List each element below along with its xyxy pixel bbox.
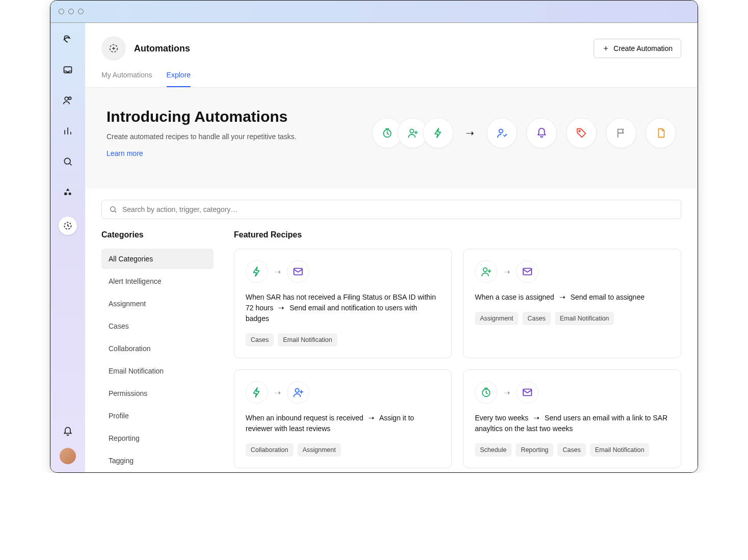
search-box[interactable] [101,200,681,219]
svg-point-10 [499,129,503,133]
hero-action-row [487,118,676,148]
recipe-icons: ➝ [475,381,670,404]
category-item[interactable]: Permissions [101,383,213,404]
bolt-icon [246,260,268,283]
hero: Introducing Automations Create automated… [85,88,698,189]
categories-title: Categories [101,230,213,239]
search-input[interactable] [122,205,674,214]
arrow-icon: ➝ [461,127,479,139]
category-item[interactable]: Assignment [101,294,213,314]
recipe-description: When a case is assigned ➝ Send email to … [475,292,670,303]
tag: Cases [522,312,550,325]
mail-icon [287,260,309,283]
hero-bell-icon [526,118,557,148]
svg-point-5 [69,193,71,195]
category-item[interactable]: Cases [101,316,213,336]
nav-inbox-icon[interactable] [62,64,74,76]
category-item[interactable]: Email Notification [101,361,213,381]
tag: Schedule [475,443,512,457]
categories: Categories All CategoriesAlert Intellige… [101,230,213,472]
svg-point-12 [111,207,115,211]
svg-rect-4 [64,193,67,195]
arrow-icon: ➝ [274,388,281,397]
tag: Collaboration [246,443,293,457]
category-item[interactable]: Reporting [101,428,213,448]
svg-point-2 [69,97,71,99]
arrow-icon: ➝ [559,292,566,303]
nav-automations-icon[interactable] [59,217,77,235]
hero-trigger-cluster [377,118,453,148]
page-title: Automations [134,43,190,54]
tag: Email Notification [278,333,337,346]
tag: Reporting [516,443,553,457]
mail-icon [516,381,539,404]
hero-user-check-icon [487,118,517,148]
nav-users-icon[interactable] [62,94,74,106]
side-rail [50,23,85,472]
minimize-dot[interactable] [68,9,74,14]
arrow-icon: ➝ [368,413,375,423]
header-automations-icon [101,36,126,61]
tag: Email Notification [590,443,650,457]
page-header: Automations Create Automation [85,23,698,61]
bolt-icon [246,381,268,404]
recipe-description: When SAR has not received a Filing Statu… [246,292,440,324]
title-bar [50,1,698,23]
hero-icons: ➝ [377,118,676,148]
recipe-card[interactable]: ➝When SAR has not received a Filing Stat… [234,249,452,358]
tab-my-automations[interactable]: My Automations [101,71,152,87]
hero-flag-icon [606,118,636,148]
hero-subtitle: Create automated recipes to handle all y… [106,132,297,141]
recipes: Featured Recipes ➝When SAR has not recei… [234,230,681,472]
featured-title: Featured Recipes [234,230,681,239]
category-item[interactable]: Collaboration [101,338,213,359]
svg-point-14 [484,268,487,272]
category-item[interactable]: All Categories [101,249,213,269]
svg-point-16 [296,389,299,392]
tabs: My Automations Explore [85,61,698,88]
hero-bolt-icon [423,118,453,148]
zoom-dot[interactable] [78,9,84,14]
svg-point-1 [65,97,68,100]
tag: Cases [557,443,585,457]
recipe-card[interactable]: ➝Every two weeks ➝ Send users an email w… [463,369,681,468]
tag-row: ScheduleReportingCasesEmail Notification [475,443,670,457]
learn-more-link[interactable]: Learn more [106,149,143,157]
hero-title: Introducing Automations [106,108,297,125]
svg-point-3 [64,158,70,164]
recipe-description: Every two weeks ➝ Send users an email wi… [475,413,670,434]
arrow-icon: ➝ [278,303,284,313]
tag: Assignment [298,443,341,457]
nav-shapes-icon[interactable] [62,186,74,198]
nav-notifications-icon[interactable] [62,425,74,438]
logo[interactable] [62,33,74,45]
app-window: Automations Create Automation My Automat… [50,0,698,473]
create-automation-button[interactable]: Create Automation [594,39,681,58]
recipe-card[interactable]: ➝When an inbound request is received ➝ A… [234,369,452,468]
category-item[interactable]: Tagging [101,450,213,471]
arrow-icon: ➝ [533,413,540,423]
tag: Assignment [475,312,518,325]
svg-point-9 [410,129,414,133]
tag-row: CollaborationAssignment [246,443,440,457]
mail-icon [516,260,539,283]
nav-search-icon[interactable] [62,155,74,168]
avatar[interactable] [60,448,76,464]
nav-analytics-icon[interactable] [62,125,74,137]
recipe-card[interactable]: ➝When a case is assigned ➝ Send email to… [463,249,681,358]
tag-row: CasesEmail Notification [246,333,440,346]
arrow-icon: ➝ [503,388,510,397]
category-item[interactable]: Profile [101,406,213,426]
category-item[interactable]: Alert Intelligence [101,271,213,291]
recipe-icons: ➝ [246,260,440,283]
recipe-icons: ➝ [246,381,440,404]
tab-explore[interactable]: Explore [167,71,191,87]
main-content: Automations Create Automation My Automat… [85,23,698,472]
user-plus-icon [475,260,497,283]
plus-icon [602,45,609,52]
close-dot[interactable] [59,9,64,14]
traffic-lights [59,9,84,14]
tag-row: AssignmentCasesEmail Notification [475,312,670,325]
recipe-icons: ➝ [475,260,670,283]
timer-icon [475,381,497,404]
